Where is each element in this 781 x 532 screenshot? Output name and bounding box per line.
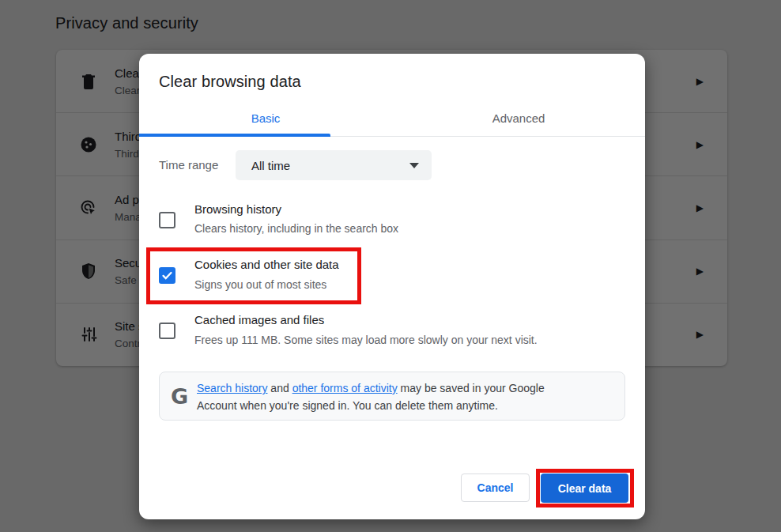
google-account-notice: G Search history and other forms of acti… — [159, 372, 625, 421]
clear-data-button[interactable]: Clear data — [541, 474, 628, 503]
annotation-box-cookies — [146, 247, 361, 304]
google-g-icon: G — [171, 384, 188, 409]
dropdown-caret-icon — [409, 163, 419, 168]
notice-text: may be saved in your Google — [398, 382, 545, 394]
other-activity-link[interactable]: other forms of activity — [292, 382, 398, 394]
option-label: Browsing history — [194, 202, 281, 216]
option-label: Cookies and other site data — [194, 258, 339, 271]
search-history-link[interactable]: Search history — [197, 382, 267, 394]
time-range-dropdown[interactable]: All time — [236, 150, 432, 180]
option-description: Signs you out of most sites — [194, 278, 326, 291]
dialog-tabs: Basic Advanced — [139, 100, 645, 137]
tab-advanced[interactable]: Advanced — [392, 100, 645, 136]
option-description: Clears history, including in the search … — [194, 222, 398, 235]
cancel-button[interactable]: Cancel — [461, 474, 530, 502]
notice-text: Account when you're signed in. You can d… — [197, 399, 498, 412]
checkbox-cached-images[interactable] — [159, 323, 175, 339]
tab-basic[interactable]: Basic — [139, 100, 392, 136]
checkbox-cookies-site-data[interactable] — [159, 267, 175, 284]
notice-text: and — [267, 382, 292, 394]
option-description: Frees up 111 MB. Some sites may load mor… — [194, 334, 538, 346]
time-range-value: All time — [251, 159, 409, 172]
option-label: Cached images and files — [194, 313, 324, 326]
clear-browsing-data-dialog: Clear browsing data Basic Advanced Time … — [139, 54, 645, 519]
active-tab-indicator — [139, 134, 330, 137]
google-notice-text: Search history and other forms of activi… — [197, 379, 545, 414]
checkbox-browsing-history[interactable] — [159, 212, 175, 228]
time-range-label: Time range — [159, 150, 218, 180]
dialog-title: Clear browsing data — [159, 73, 301, 91]
